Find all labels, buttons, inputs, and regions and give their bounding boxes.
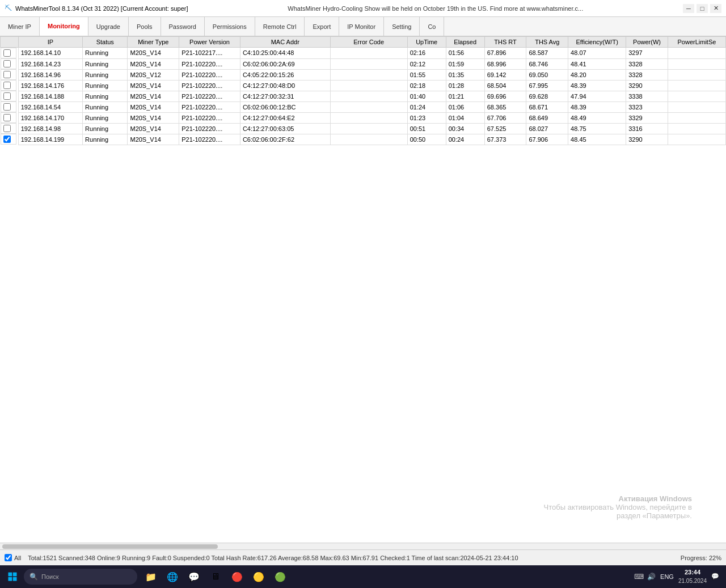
all-checkbox[interactable] xyxy=(5,554,12,561)
all-label[interactable]: All xyxy=(14,555,21,561)
taskbar-time-display: 23:44 xyxy=(678,568,707,577)
row-error-code xyxy=(330,134,407,145)
row-checkbox-3[interactable] xyxy=(3,82,11,89)
row-mac-addr: C4:12:27:00:63:05 xyxy=(240,123,330,134)
row-power-version: P21-102220.... xyxy=(179,112,240,123)
windows-logo-icon xyxy=(7,572,18,582)
tab-co[interactable]: Co xyxy=(420,17,444,36)
table-row[interactable]: 192.168.14.170 Running M20S_V14 P21-1022… xyxy=(1,112,726,123)
table-row[interactable]: 192.168.14.98 Running M20S_V14 P21-10222… xyxy=(1,123,726,134)
horizontal-scrollbar[interactable] xyxy=(0,543,726,549)
row-power-limit xyxy=(668,58,725,69)
taskbar-chrome[interactable]: 🌐 xyxy=(162,566,183,587)
row-check-cell[interactable] xyxy=(1,58,16,69)
col-header-uptime[interactable]: UpTime xyxy=(407,37,446,48)
col-header-power[interactable]: Power(W) xyxy=(626,37,668,48)
table-row[interactable]: 192.168.14.10 Running M20S_V14 P21-10221… xyxy=(1,48,726,59)
taskbar-search-box[interactable]: 🔍 Поиск xyxy=(24,569,137,585)
col-header-check xyxy=(1,37,19,48)
taskbar-wechat[interactable]: 💬 xyxy=(184,566,204,587)
row-uptime: 02:16 xyxy=(407,48,446,59)
table-row[interactable]: 192.168.14.23 Running M20S_V14 P21-10222… xyxy=(1,58,726,69)
row-check-cell[interactable] xyxy=(1,101,16,112)
row-power-limit xyxy=(668,80,725,91)
row-check-cell[interactable] xyxy=(1,123,16,134)
tab-ip-monitor[interactable]: IP Monitor xyxy=(339,17,384,36)
tab-setting[interactable]: Setting xyxy=(384,17,420,36)
row-check-cell[interactable] xyxy=(1,48,16,58)
row-check-cell[interactable] xyxy=(1,134,16,145)
notification-icon[interactable]: 💬 xyxy=(711,573,719,580)
start-button[interactable] xyxy=(2,566,23,587)
maximize-button[interactable]: □ xyxy=(697,4,708,13)
taskbar-browser[interactable]: 🟢 xyxy=(270,566,290,587)
taskbar-app6[interactable]: 🟡 xyxy=(248,566,269,587)
close-button[interactable]: ✕ xyxy=(710,4,721,13)
row-checkbox-2[interactable] xyxy=(3,71,11,78)
tab-export[interactable]: Export xyxy=(305,17,339,36)
col-header-power-version[interactable]: Power Version xyxy=(179,37,240,48)
scrollbar-thumb[interactable] xyxy=(2,544,218,549)
col-header-elapsed[interactable]: Elapsed xyxy=(446,37,484,48)
table-row[interactable]: 192.168.14.54 Running M20S_V14 P21-10222… xyxy=(1,101,726,112)
row-ip: 192.168.14.199 xyxy=(18,134,82,145)
col-header-error-code[interactable]: Error Code xyxy=(330,37,407,48)
row-check-cell[interactable] xyxy=(1,80,16,91)
row-elapsed: 01:59 xyxy=(446,58,484,69)
table-row[interactable]: 192.168.14.176 Running M20S_V14 P21-1022… xyxy=(1,80,726,91)
row-ip: 192.168.14.10 xyxy=(18,48,82,59)
row-ths-avg: 69.628 xyxy=(526,91,568,101)
table-row[interactable]: 192.168.14.188 Running M20S_V14 P21-1022… xyxy=(1,91,726,101)
row-checkbox-4[interactable] xyxy=(3,92,11,100)
row-check-cell[interactable] xyxy=(1,112,16,123)
row-uptime: 02:12 xyxy=(407,58,446,69)
row-efficiency: 48.45 xyxy=(568,134,626,145)
tab-miner-ip[interactable]: Miner IP xyxy=(0,17,40,36)
row-miner-type: M20S_V14 xyxy=(128,134,179,145)
row-miner-type: M20S_V14 xyxy=(128,91,179,101)
row-elapsed: 01:56 xyxy=(446,48,484,59)
row-ths-rt: 68.365 xyxy=(484,101,526,112)
col-header-miner-type[interactable]: Miner Type xyxy=(128,37,179,48)
col-header-ip[interactable]: IP xyxy=(18,37,82,48)
row-checkbox-5[interactable] xyxy=(3,103,11,111)
row-ths-avg: 67.995 xyxy=(526,80,568,91)
row-uptime: 01:23 xyxy=(407,112,446,123)
row-checkbox-8[interactable] xyxy=(3,136,11,143)
tab-remote-ctrl[interactable]: Remote Ctrl xyxy=(255,17,305,36)
tab-monitoring[interactable]: Monitoring xyxy=(40,17,88,36)
row-check-cell[interactable] xyxy=(1,69,16,80)
row-ths-avg: 68.649 xyxy=(526,112,568,123)
all-checkbox-container[interactable]: All xyxy=(5,554,21,561)
svg-rect-2 xyxy=(9,577,12,581)
row-check-cell[interactable] xyxy=(1,91,16,101)
chrome-icon: 🌐 xyxy=(167,572,178,582)
table-row[interactable]: 192.168.14.199 Running M20S_V14 P21-1022… xyxy=(1,134,726,145)
col-header-ths-avg[interactable]: THS Avg xyxy=(526,37,568,48)
row-ths-rt: 67.706 xyxy=(484,112,526,123)
col-header-ths-rt[interactable]: THS RT xyxy=(484,37,526,48)
row-power: 3290 xyxy=(626,134,668,145)
row-power: 3328 xyxy=(626,58,668,69)
taskbar-app5[interactable]: 🔴 xyxy=(227,566,247,587)
taskbar-search-text: Поиск xyxy=(41,573,58,580)
col-header-power-limit[interactable]: PowerLimitSe xyxy=(668,37,725,48)
taskbar-app4[interactable]: 🖥 xyxy=(205,566,226,587)
row-checkbox-0[interactable] xyxy=(3,49,11,57)
row-checkbox-1[interactable] xyxy=(3,60,11,67)
col-header-efficiency[interactable]: Efficiency(W/T) xyxy=(568,37,626,48)
col-header-status[interactable]: Status xyxy=(83,37,128,48)
row-checkbox-6[interactable] xyxy=(3,114,11,121)
taskbar-file-explorer[interactable]: 📁 xyxy=(141,566,161,587)
tab-permissions[interactable]: Permissions xyxy=(205,17,255,36)
miner-table-container[interactable]: IP Status Miner Type Power Version MAC A… xyxy=(0,36,726,543)
minimize-button[interactable]: ─ xyxy=(683,4,694,13)
col-header-mac-addr[interactable]: MAC Addr xyxy=(240,37,330,48)
row-ths-rt: 67.373 xyxy=(484,134,526,145)
tab-password[interactable]: Password xyxy=(161,17,205,36)
file-explorer-icon: 📁 xyxy=(145,572,157,582)
tab-pools[interactable]: Pools xyxy=(129,17,161,36)
table-row[interactable]: 192.168.14.96 Running M20S_V12 P21-10222… xyxy=(1,69,726,80)
tab-upgrade[interactable]: Upgrade xyxy=(88,17,129,36)
row-checkbox-7[interactable] xyxy=(3,125,11,132)
